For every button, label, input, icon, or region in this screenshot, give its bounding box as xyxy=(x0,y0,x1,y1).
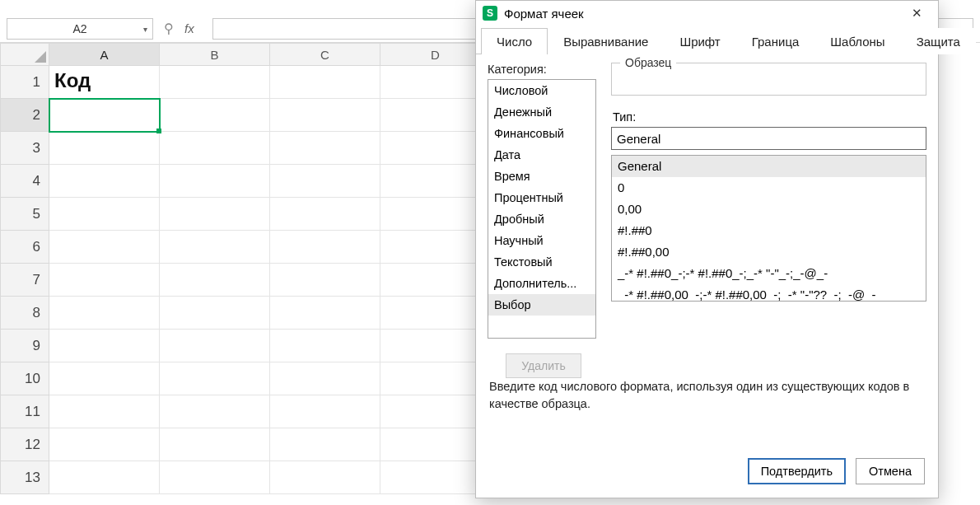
cell[interactable] xyxy=(160,297,270,330)
cell[interactable] xyxy=(270,66,380,99)
tab-Шаблоны[interactable]: Шаблоны xyxy=(814,28,900,54)
tab-Выравнивание[interactable]: Выравнивание xyxy=(548,28,664,54)
cell[interactable] xyxy=(270,132,380,165)
cell[interactable] xyxy=(270,198,380,231)
cell[interactable] xyxy=(270,99,380,132)
cell[interactable] xyxy=(270,297,380,330)
category-item[interactable]: Дробный xyxy=(488,208,595,230)
cell[interactable] xyxy=(160,66,270,99)
cell[interactable] xyxy=(160,99,270,132)
row-header[interactable]: 12 xyxy=(0,428,49,461)
cell[interactable] xyxy=(160,231,270,264)
type-item[interactable]: #!.##0 xyxy=(612,220,926,241)
cell[interactable] xyxy=(270,231,380,264)
confirm-button[interactable]: Подтвердить xyxy=(748,458,846,484)
cell[interactable] xyxy=(380,198,491,231)
cell[interactable] xyxy=(49,297,160,330)
row-header[interactable]: 4 xyxy=(0,165,49,198)
cell[interactable] xyxy=(270,362,380,395)
cell[interactable] xyxy=(270,461,380,494)
cell[interactable] xyxy=(49,461,160,494)
cell[interactable] xyxy=(160,428,270,461)
row-header[interactable]: 13 xyxy=(0,461,49,494)
cell[interactable] xyxy=(270,264,380,297)
type-item[interactable]: 0 xyxy=(612,177,926,199)
name-box[interactable]: A2 ▾ xyxy=(7,18,153,40)
tab-Защита[interactable]: Защита xyxy=(901,28,976,54)
cell[interactable] xyxy=(49,231,160,264)
cell[interactable] xyxy=(160,165,270,198)
category-item[interactable]: Финансовый xyxy=(488,123,595,144)
cell[interactable] xyxy=(160,330,270,362)
row-header[interactable]: 9 xyxy=(0,330,49,362)
category-item[interactable]: Дата xyxy=(488,144,595,166)
cell[interactable] xyxy=(380,395,491,428)
column-header[interactable]: B xyxy=(160,43,270,66)
row-header[interactable]: 5 xyxy=(0,198,49,231)
cell[interactable] xyxy=(160,395,270,428)
cell[interactable] xyxy=(49,264,160,297)
column-header[interactable]: D xyxy=(380,43,491,66)
category-item[interactable]: Дополнитель... xyxy=(488,273,595,294)
category-item[interactable]: Числовой xyxy=(488,80,595,101)
cell[interactable] xyxy=(49,362,160,395)
row-header[interactable]: 10 xyxy=(0,362,49,395)
cell[interactable] xyxy=(49,428,160,461)
row-header[interactable]: 3 xyxy=(0,132,49,165)
column-header[interactable]: C xyxy=(270,43,380,66)
type-input[interactable] xyxy=(611,127,926,150)
cell[interactable] xyxy=(49,132,160,165)
row-header[interactable]: 8 xyxy=(0,297,49,330)
cell[interactable] xyxy=(380,330,491,362)
cell[interactable] xyxy=(380,297,491,330)
zoom-out-icon[interactable]: ⚲ xyxy=(161,21,176,36)
cell[interactable] xyxy=(160,461,270,494)
cell[interactable] xyxy=(380,264,491,297)
tab-Граница[interactable]: Граница xyxy=(736,28,815,54)
cell[interactable] xyxy=(270,428,380,461)
close-icon[interactable]: ✕ xyxy=(898,2,935,25)
column-header[interactable]: A xyxy=(49,43,160,66)
cell[interactable] xyxy=(270,395,380,428)
cell[interactable] xyxy=(160,198,270,231)
cell[interactable] xyxy=(380,132,491,165)
cell[interactable] xyxy=(380,428,491,461)
category-item[interactable]: Текстовый xyxy=(488,251,595,273)
cell[interactable] xyxy=(380,461,491,494)
fx-icon[interactable]: fx xyxy=(184,21,204,35)
cell[interactable]: Код xyxy=(49,66,160,99)
row-header[interactable]: 7 xyxy=(0,264,49,297)
category-item[interactable]: Денежный xyxy=(488,101,595,123)
tab-Шрифт[interactable]: Шрифт xyxy=(664,28,735,54)
cell[interactable] xyxy=(380,99,491,132)
cell[interactable] xyxy=(49,165,160,198)
cell[interactable] xyxy=(49,395,160,428)
type-item[interactable]: _-* #!.##0_-;-* #!.##0_-;_-* "-"_-;_-@_- xyxy=(612,263,926,284)
cell[interactable] xyxy=(270,330,380,362)
cell[interactable] xyxy=(49,198,160,231)
type-item[interactable]: General xyxy=(612,156,926,177)
type-item[interactable]: _-* #!.##0,00_-;-* #!.##0,00_-;_-* "-"??… xyxy=(612,284,926,302)
cell[interactable] xyxy=(380,165,491,198)
cancel-button[interactable]: Отмена xyxy=(856,458,925,484)
category-item[interactable]: Процентный xyxy=(488,187,595,208)
category-item[interactable]: Выбор xyxy=(488,294,595,316)
category-list[interactable]: ЧисловойДенежныйФинансовыйДатаВремяПроце… xyxy=(488,79,596,339)
row-header[interactable]: 2 xyxy=(0,99,49,132)
tab-Число[interactable]: Число xyxy=(481,28,548,54)
cell[interactable] xyxy=(380,231,491,264)
category-item[interactable]: Время xyxy=(488,166,595,187)
type-item[interactable]: 0,00 xyxy=(612,199,926,220)
category-item[interactable]: Научный xyxy=(488,230,595,251)
row-header[interactable]: 1 xyxy=(0,66,49,99)
cell[interactable] xyxy=(160,132,270,165)
cell[interactable] xyxy=(380,362,491,395)
row-header[interactable]: 11 xyxy=(0,395,49,428)
cell[interactable] xyxy=(380,66,491,99)
cell[interactable] xyxy=(49,330,160,362)
cell[interactable] xyxy=(270,165,380,198)
select-all-corner[interactable] xyxy=(0,43,49,66)
cell[interactable] xyxy=(160,362,270,395)
type-item[interactable]: #!.##0,00 xyxy=(612,241,926,263)
row-header[interactable]: 6 xyxy=(0,231,49,264)
